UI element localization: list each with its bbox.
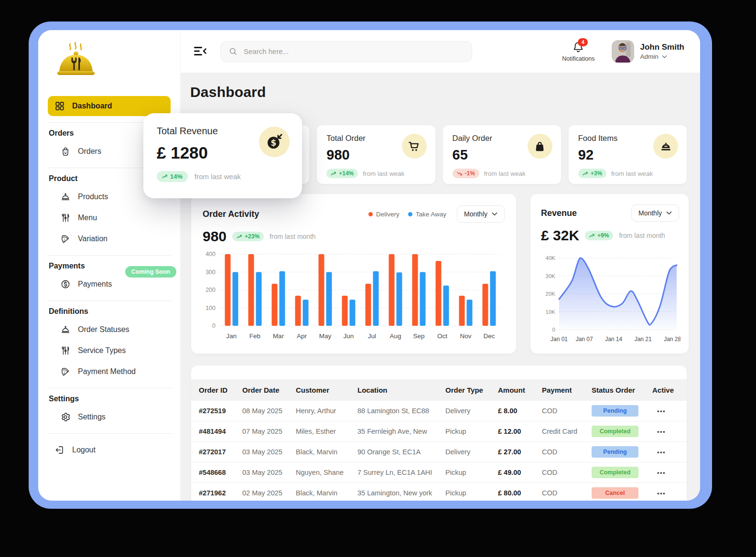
sidebar-item-settings[interactable]: Settings — [54, 407, 171, 427]
avatar — [612, 40, 634, 63]
customer-cell: Black, Marvin — [296, 448, 357, 456]
column-header-order-date: Order Date — [242, 386, 296, 394]
bag-icon — [60, 146, 71, 157]
order-date-cell: 08 May 2025 — [242, 407, 296, 415]
sidebar-divider — [47, 255, 172, 256]
status-badge-completed: Completed — [592, 426, 638, 437]
table-body: #27251908 May 2025Henry, Arthur88 Laming… — [191, 401, 687, 501]
payment-cell: COD — [542, 448, 592, 456]
legend-dot — [368, 212, 373, 216]
sidebar-item-label: Orders — [78, 147, 101, 156]
sidebar-item-variation[interactable]: Variation — [54, 229, 171, 249]
cutlery-icon — [60, 345, 71, 356]
sidebar-divider — [47, 433, 172, 434]
svg-text:Jun: Jun — [344, 332, 354, 340]
svg-text:40K: 40K — [546, 255, 556, 261]
basket-icon — [528, 134, 552, 159]
order-date-cell: 02 May 2025 — [242, 489, 296, 497]
device-frame: DashboardOrdersOrdersProductProductsMenu… — [29, 21, 712, 509]
sidebar-collapse-button[interactable] — [194, 46, 208, 57]
trend-badge: +9% — [585, 231, 613, 240]
revenue-period-dropdown[interactable]: Monthly — [631, 204, 679, 222]
sidebar-item-label: Dashboard — [72, 102, 112, 110]
row-actions-button[interactable]: ••• — [652, 490, 687, 497]
table-row: #27251908 May 2025Henry, Arthur88 Laming… — [191, 401, 687, 421]
sidebar-item-logout[interactable]: Logout — [48, 440, 171, 460]
sidebar-item-menu[interactable]: Menu — [54, 208, 171, 228]
svg-text:Jan 01: Jan 01 — [551, 336, 568, 343]
bell-icon: 4 — [572, 41, 584, 54]
table-row: #27201703 May 2025Black, Marvin90 Orange… — [191, 442, 687, 462]
row-actions-button[interactable]: ••• — [652, 428, 687, 435]
revenue-area-chart: 010K20K30K40KJan 01Jan 07Jan 14Jan 21Jan… — [541, 252, 679, 355]
column-header-customer: Customer — [296, 386, 357, 394]
trend-badge: 14% — [157, 171, 188, 182]
svg-text:300: 300 — [205, 269, 216, 276]
svg-text:Feb: Feb — [249, 332, 260, 340]
search-input[interactable] — [243, 47, 464, 56]
stat-note: from last weak — [363, 170, 404, 177]
svg-text:Jan 07: Jan 07 — [576, 336, 593, 343]
page-title: Dashboard — [190, 84, 266, 100]
payment-cell: Credit Card — [542, 428, 592, 435]
column-header-amount: Amount — [498, 386, 542, 394]
sidebar-item-service-types[interactable]: Service Types — [54, 341, 171, 361]
stat-card-total-order[interactable]: Total Order980+14%from last weak — [317, 125, 435, 184]
svg-text:May: May — [319, 332, 332, 340]
sidebar-item-label: Order Statuses — [78, 325, 130, 334]
table-row: #48149407 May 2025Miles, Esther35 Fernle… — [191, 421, 687, 442]
order-id-cell: #271962 — [199, 489, 242, 497]
revenue-note: from last month — [619, 232, 665, 239]
user-name: John Smith — [640, 43, 684, 52]
topbar: 4 Notifications — [181, 30, 700, 73]
stat-card-food-items[interactable]: Food Items92+3%from last weak — [569, 125, 687, 184]
svg-text:Jul: Jul — [368, 332, 376, 340]
location-cell: 35 Fernleigh Ave, New — [357, 428, 445, 435]
row-actions-button[interactable]: ••• — [652, 449, 687, 456]
payment-cell: COD — [542, 407, 592, 415]
svg-text:30K: 30K — [546, 273, 556, 279]
orders-table-card: Order IDOrder DateCustomerLocationOrder … — [191, 365, 687, 501]
pizza-icon — [60, 234, 71, 244]
legend-take-away: Take Away — [408, 211, 446, 218]
amount-cell: £ 49.00 — [498, 469, 542, 476]
status-badge-pending: Pending — [592, 446, 638, 458]
order-id-cell: #272519 — [199, 407, 242, 415]
column-header-active: Active — [652, 386, 687, 394]
table-row: #54866803 May 2025Nguyen, Shane7 Surrey … — [191, 462, 687, 483]
order-type-cell: Pickup — [445, 489, 498, 497]
svg-text:Dec: Dec — [483, 332, 495, 340]
location-cell: 7 Surrey Ln, EC1A 1AHI — [357, 469, 445, 476]
svg-text:200: 200 — [205, 287, 216, 293]
legend-dot — [408, 212, 412, 216]
row-actions-button[interactable]: ••• — [652, 407, 687, 415]
sidebar-item-label: Logout — [72, 446, 96, 454]
location-cell: 35 Lamington, New york — [357, 489, 445, 497]
row-actions-button[interactable]: ••• — [652, 469, 687, 476]
user-profile[interactable]: John Smith Admin — [612, 40, 684, 63]
chevron-down-icon — [662, 55, 667, 59]
sidebar-item-label: Payment Method — [78, 367, 136, 376]
stat-card-daily-order[interactable]: Daily Order65-1%from last weak — [443, 125, 561, 184]
status-badge-cancel: Cancel — [592, 487, 638, 499]
sidebar-item-order-statuses[interactable]: Order Statuses — [54, 320, 171, 340]
sidebar-section-definitions: Definitions — [49, 307, 171, 316]
chevron-down-icon — [666, 211, 672, 215]
search-box[interactable] — [220, 41, 472, 62]
order-activity-period-dropdown[interactable]: Monthly — [457, 205, 505, 223]
order-id-cell: #481494 — [199, 428, 242, 435]
total-revenue-card-elevated[interactable]: Total Revenue £ 1280 14% from last weak … — [143, 113, 302, 198]
notifications-label: Notifications — [562, 55, 594, 62]
pizza-icon — [60, 366, 71, 377]
order-type-cell: Pickup — [445, 469, 498, 476]
order-date-cell: 03 May 2025 — [242, 469, 296, 476]
payment-cell: COD — [542, 469, 592, 476]
sidebar-item-payment-method[interactable]: Payment Method — [54, 362, 171, 382]
user-role: Admin — [640, 53, 684, 60]
restaurant-logo-icon — [55, 42, 97, 82]
order-activity-title: Order Activity — [203, 209, 259, 219]
status-badge-pending: Pending — [592, 405, 638, 417]
sidebar: DashboardOrdersOrdersProductProductsMenu… — [38, 30, 181, 501]
order-date-cell: 03 May 2025 — [242, 448, 296, 456]
notifications-button[interactable]: 4 Notifications — [562, 41, 594, 62]
